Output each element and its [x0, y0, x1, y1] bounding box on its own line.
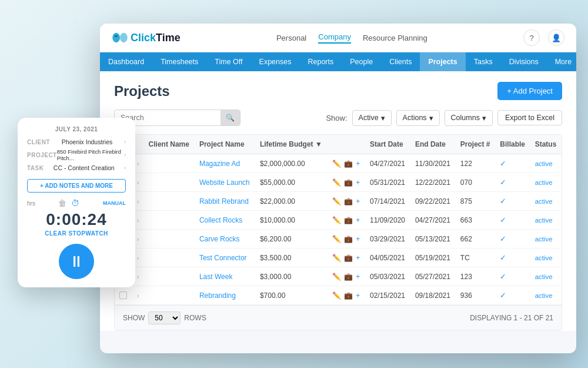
table-row: › Website Launch $55,000.00 ✏️ 💼 + 05/31… [115, 173, 562, 192]
pause-button[interactable]: ⏸ [59, 244, 94, 279]
briefcase-icon[interactable]: 💼 [344, 197, 353, 205]
nav-expenses[interactable]: Expenses [251, 52, 300, 71]
nav-time-off[interactable]: Time Off [206, 52, 250, 71]
pause-icon: ⏸ [69, 253, 84, 271]
row-project[interactable]: Test Connector [195, 248, 255, 267]
active-dropdown[interactable]: Active ▾ [352, 110, 392, 126]
col-billable[interactable]: Billable [495, 135, 530, 154]
table-row: › Magazine Ad $2,000,000.00 ✏️ 💼 + 04/27… [115, 154, 562, 173]
add-icon[interactable]: + [356, 160, 360, 168]
hrs-label: hrs [27, 200, 35, 207]
col-end-date[interactable]: End Date [410, 135, 456, 154]
briefcase-icon[interactable]: 💼 [344, 216, 353, 224]
edit-icon[interactable]: ✏️ [332, 216, 341, 224]
row-project[interactable]: Website Launch [195, 173, 255, 192]
edit-icon[interactable]: ✏️ [332, 254, 341, 262]
nav-reports[interactable]: Reports [299, 52, 342, 71]
add-icon[interactable]: + [356, 178, 360, 187]
row-project[interactable]: Collect Rocks [195, 211, 255, 230]
briefcase-icon[interactable]: 💼 [344, 235, 353, 243]
nav-timesheets[interactable]: Timesheets [152, 52, 206, 71]
row-client [144, 173, 195, 192]
add-icon[interactable]: + [356, 197, 360, 205]
col-client-name[interactable]: Client Name [144, 135, 195, 154]
row-billable: ✓ [495, 211, 530, 230]
col-status[interactable]: Status [530, 135, 562, 154]
nav-resource-planning[interactable]: Resource Planning [363, 34, 427, 42]
row-budget: $22,000.00 [255, 192, 328, 211]
row-project-num: 663 [456, 211, 495, 230]
add-icon[interactable]: + [356, 273, 360, 281]
help-icon[interactable]: ? [523, 29, 540, 46]
nav-clients[interactable]: Clients [381, 52, 420, 71]
add-icon[interactable]: + [356, 254, 360, 262]
primary-nav: Dashboard Timesheets Time Off Expenses R… [100, 52, 576, 71]
nav-personal[interactable]: Personal [276, 34, 306, 42]
task-arrow[interactable]: › [124, 165, 126, 171]
briefcase-icon[interactable]: 💼 [344, 160, 353, 168]
row-end-date: 09/22/2021 [410, 192, 456, 211]
project-arrow[interactable]: › [124, 152, 126, 158]
edit-icon[interactable]: ✏️ [332, 178, 341, 187]
manual-label[interactable]: MANUAL [103, 200, 126, 206]
row-client [144, 286, 195, 305]
add-icon[interactable]: + [356, 235, 360, 243]
add-icon[interactable]: + [356, 216, 360, 224]
table-row: › Test Connector $3,500.00 ✏️ 💼 + 04/05/… [115, 248, 562, 267]
browser-window: ClickTime Personal Company Resource Plan… [100, 24, 576, 353]
row-start-date: 11/09/2020 [365, 211, 410, 230]
briefcase-icon[interactable]: 💼 [344, 273, 353, 281]
row-client [144, 154, 195, 173]
user-icon[interactable]: 👤 [548, 29, 564, 46]
row-project[interactable]: Magazine Ad [195, 154, 255, 173]
add-icon[interactable]: + [356, 291, 360, 300]
col-project-num[interactable]: Project # [456, 135, 495, 154]
actions-dropdown[interactable]: Actions ▾ [396, 110, 440, 126]
nav-more[interactable]: More [547, 52, 576, 71]
briefcase-icon[interactable]: 💼 [344, 291, 353, 300]
row-start-date: 04/27/2021 [365, 154, 410, 173]
edit-icon[interactable]: ✏️ [332, 197, 341, 205]
search-button[interactable]: 🔍 [220, 110, 240, 125]
row-select-checkbox[interactable] [119, 291, 127, 299]
task-label: TASK [27, 165, 44, 171]
row-end-date: 11/30/2021 [410, 154, 456, 173]
page-title: Projects [114, 83, 170, 100]
row-project[interactable]: Carve Rocks [195, 230, 255, 248]
client-arrow[interactable]: › [124, 139, 126, 145]
briefcase-icon[interactable]: 💼 [344, 178, 353, 187]
edit-icon[interactable]: ✏️ [332, 235, 341, 243]
edit-icon[interactable]: ✏️ [332, 291, 341, 300]
row-project[interactable]: Rabbit Rebrand [195, 192, 255, 211]
nav-company[interactable]: Company [318, 32, 351, 44]
row-expand[interactable]: › [132, 286, 144, 305]
nav-divisions[interactable]: Divisions [501, 52, 547, 71]
col-budget[interactable]: Lifetime Budget ▼ [255, 135, 328, 154]
nav-tasks[interactable]: Tasks [466, 52, 501, 71]
briefcase-icon[interactable]: 💼 [344, 254, 353, 262]
rows-select[interactable]: 50 25 100 [148, 311, 181, 324]
col-start-date[interactable]: Start Date [365, 135, 410, 154]
row-project[interactable]: Rebranding [195, 286, 255, 305]
add-project-button[interactable]: + Add Project [497, 82, 562, 100]
top-nav-links: Personal Company Resource Planning [276, 32, 427, 44]
nav-people[interactable]: People [342, 52, 381, 71]
col-project-name[interactable]: Project Name [195, 135, 255, 154]
row-billable: ✓ [495, 192, 530, 211]
clear-stopwatch-button[interactable]: CLEAR STOPWATCH [27, 230, 126, 237]
edit-icon[interactable]: ✏️ [332, 273, 341, 281]
add-notes-button[interactable]: + ADD NOTES AND MORE [27, 179, 126, 193]
edit-icon[interactable]: ✏️ [332, 160, 341, 168]
nav-projects[interactable]: Projects [420, 52, 465, 71]
row-status: active [530, 192, 562, 211]
logo: ClickTime [112, 32, 181, 44]
row-project[interactable]: Last Week [195, 267, 255, 286]
trash-icon[interactable]: 🗑 [58, 198, 66, 208]
nav-dashboard[interactable]: Dashboard [100, 52, 152, 71]
clock-icon[interactable]: ⏱ [71, 198, 79, 208]
columns-dropdown[interactable]: Columns ▾ [445, 110, 493, 126]
row-end-date: 05/27/2021 [410, 267, 456, 286]
export-button[interactable]: Export to Excel [497, 110, 562, 125]
show-label: Show: [326, 114, 347, 122]
row-client [144, 267, 195, 286]
